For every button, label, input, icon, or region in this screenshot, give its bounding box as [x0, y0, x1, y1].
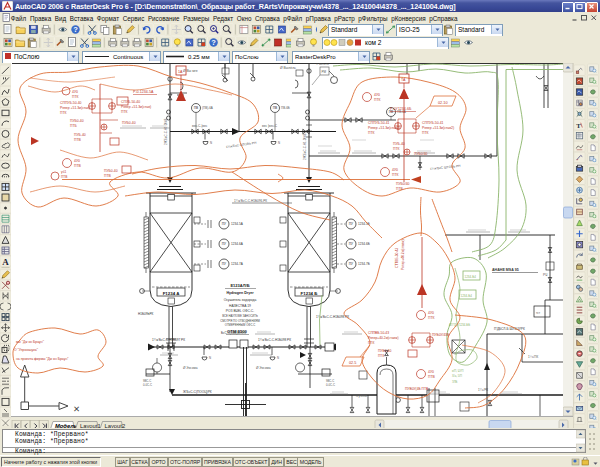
svg-text:в/П, ЧУП: в/П, ЧУП: [452, 369, 463, 373]
svg-text:ПТК: ПТК: [72, 95, 79, 99]
svg-text:?: ?: [211, 38, 216, 47]
svg-text:ПВ: ПВ: [273, 106, 277, 110]
svg-text:ПТВ: ПТВ: [74, 138, 82, 142]
svg-text:ПТК: ПТК: [60, 111, 67, 115]
svg-text:ПТК: ПТК: [428, 316, 435, 320]
svg-text:Ø Вылёль: Ø Вылёль: [280, 66, 296, 70]
svg-text:1234-5А: 1234-5А: [231, 222, 244, 226]
svg-text:Х/а, 5/П: Х/а, 5/П: [452, 374, 462, 378]
svg-text:02.10: 02.10: [438, 101, 448, 105]
svg-text:ПТК: ПТК: [374, 98, 381, 102]
svg-text:вес-С-|вес: вес-С-|вес: [192, 124, 208, 128]
svg-text:ПТК: ПТК: [378, 354, 384, 358]
svg-text:Ø Эксома: Ø Эксома: [183, 366, 198, 370]
svg-text:П'ДБСЛ-Б ШУБЦУРК: П'ДБСЛ-Б ШУБЦУРК: [494, 327, 525, 331]
svg-text:T: T: [576, 122, 581, 129]
svg-text:F1234 Б: F1234 Б: [301, 291, 318, 296]
svg-text:ПУБ0-40: ПУБ0-40: [104, 169, 118, 173]
svg-text:АТ/ТД У1234-ББ: АТ/ТД У1234-ББ: [449, 323, 470, 327]
svg-text:СППУБ-50-41: СППУБ-50-41: [368, 121, 390, 125]
svg-text:4У0: 4У0: [72, 90, 78, 94]
svg-text:1¼ж'БсС-С-Н1Б097 РК: 1¼ж'БсС-С-Н1Б097 РК: [152, 338, 185, 342]
svg-text:АНАНЕ MSA 95: АНАНЕ MSA 95: [492, 268, 519, 272]
svg-text:О "Упрокачука": О "Упрокачука": [14, 348, 39, 352]
svg-text:Ряпер+40.2и(ставж): Ряпер+40.2и(ставж): [401, 239, 405, 270]
svg-text:п/уЗЖМ: п/уЗЖМ: [356, 394, 368, 398]
svg-text:Н1Б09ЬРК: Н1Б09ЬРК: [138, 312, 154, 316]
svg-text:ПТВ: ПТВ: [396, 187, 404, 191]
svg-text:Ряпер +51.3и(став): Ряпер +51.3и(став): [60, 106, 90, 110]
svg-text:Осушитель водорода: Осушитель водорода: [224, 298, 257, 302]
svg-text:4У0: 4У0: [74, 159, 80, 163]
svg-text:ПТВ: ПТВ: [74, 164, 82, 168]
svg-text:СПУБ-50-40: СПУБ-50-40: [121, 100, 140, 104]
svg-text:1А: 1А: [178, 70, 183, 74]
svg-text:Ряпер +51.3и(став2): Ряпер +51.3и(став2): [368, 126, 400, 130]
svg-text:БсС-С(0ВБ)БсС-С: БсС-С(0ВБ)БсС-С: [221, 331, 247, 335]
svg-text:ПУБ0У/43Б: ПУБ0У/43Б: [432, 333, 449, 337]
svg-text:ЗЛБ: ЗЛБ: [452, 380, 457, 384]
svg-text:1234-7Б: 1234-7Б: [358, 262, 370, 266]
svg-text:Ряпер +51.3и(став2): Ряпер +51.3и(став2): [422, 126, 454, 130]
svg-text:1234-7А: 1234-7А: [231, 262, 244, 266]
svg-text:Ø Вы мге: Ø Вы мге: [183, 69, 198, 73]
svg-text:1¼ж'БсС-С-Н1Б098 РК: 1¼ж'БсС-С-Н1Б098 РК: [258, 338, 291, 342]
svg-text:ПУБ-40: ПУБ-40: [393, 142, 405, 146]
svg-text:ОТМЕРЕННЫМ ОФС.С: ОТМЕРЕННЫМ ОФС.С: [225, 323, 256, 327]
svg-text:СППВБ-50-43: СППВБ-50-43: [368, 331, 389, 335]
svg-text:ПТВ: ПТВ: [428, 375, 436, 379]
svg-text:0-0С-С: 0-0С-С: [143, 383, 152, 387]
svg-text:✕: ✕: [73, 404, 80, 414]
svg-text:ПУВ0У(4Б ПТВ: ПУВ0У(4Б ПТВ: [405, 387, 429, 391]
svg-text:РМ: РМ: [322, 70, 327, 74]
svg-text:ПУБ0-40: ПУБ0-40: [122, 121, 136, 125]
svg-text:ПУБ0-40: ПУБ0-40: [378, 349, 391, 353]
svg-text:Ряпер +51.3и(став): Ряпер +51.3и(став): [121, 105, 151, 109]
svg-text:СМОТРЯ ПО ОТВОДНЕНИЯМ: СМОТРЯ ПО ОТВОДНЕНИЯМ: [220, 319, 260, 323]
svg-text:РОЗ ВЧЕL ОФС.С.: РОЗ ВЧЕL ОФС.С.: [226, 309, 254, 313]
svg-text:Ряпер+40.2и(ставж): Ряпер+40.2и(ставж): [368, 336, 399, 340]
svg-text:на проекта фирмы "Дж он Браун": на проекта фирмы "Дж он Браун": [16, 357, 69, 361]
svg-text:ПТК: ПТК: [393, 147, 400, 151]
svg-text:1½ь'ПК: 1½ь'ПК: [528, 355, 538, 359]
svg-text:?: ?: [73, 25, 78, 34]
svg-text:ПТВ: ПТВ: [104, 174, 112, 178]
svg-text:2Ж'БсС-С-Н1-204Б: 2Ж'БсС-С-Н1-204Б: [303, 133, 307, 160]
svg-text:1234-Б4: 1234-Б4: [461, 294, 473, 298]
svg-text:вес |вес-С: вес |вес-С: [262, 124, 278, 128]
svg-text:ПТК: ПТК: [368, 341, 374, 345]
svg-text:1234-6Б: 1234-6Б: [358, 242, 370, 246]
svg-text:ПТК: ПТК: [121, 110, 128, 114]
svg-text:N: N: [278, 141, 280, 145]
svg-text:СППУБ-50-40: СППУБ-50-40: [60, 101, 82, 105]
svg-text:тст: тст: [536, 311, 541, 315]
svg-text:1¼ж'БсС-С-Н1Б096-РК: 1¼ж'БсС-С-Н1Б096-РК: [234, 199, 267, 203]
svg-text:1¼ж'БсС-С-Н1Б098 РК: 1¼ж'БсС-С-Н1Б098 РК: [316, 315, 349, 319]
svg-text:ТА: ТА: [401, 78, 406, 82]
svg-text:уб1: уб1: [61, 170, 66, 174]
svg-text:(ПВ)-6А: (ПВ)-6А: [202, 106, 213, 110]
svg-text:мы "Дж он Браун": мы "Дж он Браун": [16, 340, 45, 344]
svg-text:ПТК: ПТК: [368, 131, 375, 135]
svg-text:A: A: [2, 257, 9, 267]
svg-text:ПТВ: ПТВ: [61, 175, 67, 179]
svg-text:Е123АЛ/Б: Е123АЛ/Б: [230, 283, 249, 288]
svg-text:Ø Эксома: Ø Эксома: [256, 366, 271, 370]
svg-text:ПУБ0-40: ПУБ0-40: [70, 119, 84, 123]
svg-text:Т БсС-С: Т БсС-С: [316, 63, 330, 66]
svg-text:02.5: 02.5: [349, 361, 356, 365]
svg-text:ПУБ0/40: ПУБ0/40: [396, 182, 410, 186]
svg-text:4У0: 4У0: [392, 168, 398, 172]
svg-text:СППУБ-50-41: СППУБ-50-41: [422, 121, 444, 125]
svg-text:Ж'БсС-С(ПООЦ)РК: Ж'БсС-С(ПООЦ)РК: [183, 390, 212, 394]
svg-text:Hydrogen Dryer: Hydrogen Dryer: [226, 291, 254, 295]
svg-text:4У0: 4У0: [374, 93, 380, 97]
svg-text:ПТК: ПТК: [422, 131, 429, 135]
svg-text:ПВ: ПВ: [194, 106, 198, 110]
svg-text:НАЗЕСТВА 19: НАЗЕСТВА 19: [229, 304, 251, 308]
svg-text:ПВ-6Б: ПВ-6Б: [281, 106, 290, 110]
svg-text:1234-Б4: 1234-Б4: [465, 275, 477, 279]
svg-text:ПТБ: ПТБ: [70, 124, 78, 128]
svg-text:N: N: [209, 356, 211, 360]
svg-text:ПУБ0/40: ПУБ0/40: [414, 152, 428, 156]
